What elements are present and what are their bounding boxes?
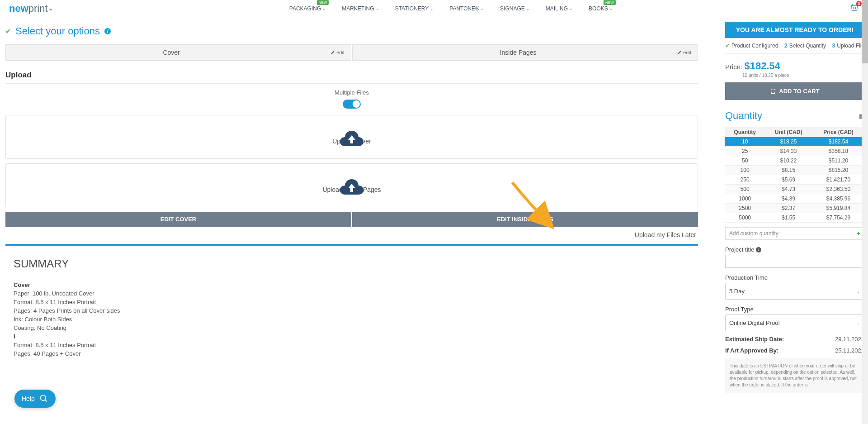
proof-type-label: Proof Type [725,306,864,313]
option-tab-1: Inside Pagesedit [352,44,698,61]
prod-time-label: Production Time [725,274,864,281]
options-tabs: CovereditInside Pagesedit [5,44,698,61]
nav-item-signage[interactable]: SIGNAGE⌄ [500,5,530,12]
info-icon[interactable]: i [756,247,761,252]
price-display: Price: $182.54 [725,60,864,72]
step-num: 2 [784,43,788,49]
chevron-down-icon: ⌄ [376,6,379,11]
table-header: Unit (CAD) [764,127,812,137]
main-nav: NEWPACKAGING⌄MARKETING⌄STATIONERY⌄PANTON… [289,5,613,12]
qty-heading-text: Quantity [725,110,762,122]
art-approved-row: If Art Approved By: 25.11.2022 [725,347,864,354]
project-title-input[interactable] [725,255,864,268]
cart-button[interactable]: 0 [850,3,859,14]
new-badge: NEW [317,0,329,5]
summary-line: Paper: 100 lb. Uncoated Cover [14,290,690,297]
summary-heading: SUMMARY [14,257,690,275]
order-sidebar: YOU ARE ALMOST READY TO ORDER! ✔ Product… [725,22,864,393]
art-approved-label: If Art Approved By: [725,347,778,354]
custom-quantity-button[interactable]: Add custom quantity: + [725,227,864,240]
check-icon: ✔ [5,28,11,35]
upload-later-link[interactable]: Upload my Files Later [5,231,696,238]
edit-cover-button[interactable]: EDIT COVER [5,212,351,227]
disclaimer-text: This date is an ESTIMATION of when your … [725,358,864,393]
scrollbar[interactable] [862,0,868,393]
price-table: QuantityUnit (CAD)Price (CAD) 10$18.25$1… [725,127,864,223]
table-row[interactable]: 1000$4.39$4,385.96 [725,194,864,204]
chevron-down-icon: ⌄ [857,289,860,294]
table-row[interactable]: 25$14.33$358.18 [725,147,864,156]
edit-link[interactable]: edit [677,50,691,55]
project-title-label: Project title i [725,246,864,253]
table-row[interactable]: 2500$2.37$5,919.84 [725,204,864,213]
order-step: ✔ Product Configured [725,43,778,49]
ship-date-value: 29.11.2022 [835,336,864,343]
logo-a: new [9,3,28,14]
chevron-down-icon: ⌄ [609,6,613,11]
summary-line: Ink: Colour Both Sides [14,316,690,323]
summary-line: Format: 8.5 x 11 Inches Portrait [14,342,690,348]
nav-item-books[interactable]: NEWBOOKS⌄ [589,5,613,12]
custom-qty-label: Add custom quantity: [729,230,780,237]
summary-sub: I [14,333,690,340]
edit-link[interactable]: edit [330,50,344,55]
prod-time-value: 5 Day [729,288,745,295]
summary: SUMMARY CoverPaper: 100 lb. Uncoated Cov… [5,253,698,363]
ship-date-row: Estimated Ship Date: 29.11.2022 [725,336,864,343]
upload-cover-box[interactable]: Upload Cover [5,115,698,159]
options-title: ✔ Select your options i [5,25,698,37]
table-row[interactable]: 250$5.69$1,421.70 [725,175,864,185]
nav-item-packaging[interactable]: NEWPACKAGING⌄ [289,5,326,12]
cloud-upload-icon [338,177,365,195]
order-step: 2 Select Quantity [784,43,826,49]
divider-bar [5,244,698,246]
scrollbar-thumb[interactable] [862,0,868,63]
logo[interactable]: newprint™ [9,3,52,14]
new-badge: NEW [604,0,616,5]
table-header: Quantity [725,127,764,137]
nav-item-mailing[interactable]: MAILING⌄ [546,5,573,12]
project-title-text: Project title [725,246,754,253]
summary-line: Pages: 4 Pages Prints on all Cover sides [14,307,690,314]
multi-files-toggle[interactable] [343,100,361,109]
multi-files-label: Multiple Files [5,89,698,96]
table-row[interactable]: 50$10.22$511.20 [725,156,864,166]
proof-type-value: Online Digital Proof [729,319,780,326]
main-header: newprint™ NEWPACKAGING⌄MARKETING⌄STATION… [0,0,868,17]
summary-line: Pages: 40 Pages + Cover [14,350,690,357]
tab-label: Inside Pages [359,49,677,56]
price-sub: 10 units / 18.25 a piece [742,73,864,78]
option-tab-0: Coveredit [5,44,351,61]
options-title-text: Select your options [15,25,100,37]
chevron-down-icon: ⌄ [322,6,326,11]
cloud-upload-icon [338,129,365,147]
step-num: 3 [832,43,835,49]
nav-item-stationery[interactable]: STATIONERY⌄ [395,5,434,12]
add-to-cart-button[interactable]: ADD TO CART [725,82,864,100]
upload-inside-box[interactable]: Upload Inside Pages [5,163,698,207]
check-icon: ✔ [725,43,730,49]
info-icon[interactable]: i [104,28,111,34]
logo-b: print [28,3,48,14]
edit-inside-button[interactable]: EDIT INSIDE PAGES [352,212,698,227]
table-row[interactable]: 100$8.15$815.20 [725,166,864,175]
upload-heading: Upload [5,71,698,84]
table-header: Price (CAD) [812,127,864,137]
chevron-down-icon: ⌄ [481,6,484,11]
logo-tm: ™ [48,8,52,13]
tab-label: Cover [12,49,330,56]
summary-sub: Cover [14,281,690,288]
chevron-down-icon: ⌄ [857,321,860,325]
nav-item-pantone®[interactable]: PANTONE®⌄ [449,5,484,12]
proof-type-select[interactable]: Online Digital Proof ⌄ [725,314,864,331]
chevron-down-icon: ⌄ [569,6,573,11]
price-label: Price: [725,63,742,71]
table-row[interactable]: 5000$1.55$7,754.29 [725,213,864,223]
nav-item-marketing[interactable]: MARKETING⌄ [342,5,379,12]
quantity-heading: Quantity ▦ [725,110,864,122]
table-row[interactable]: 500$4.73$2,363.50 [725,185,864,194]
prod-time-select[interactable]: 5 Day ⌄ [725,283,864,300]
cart-badge: 0 [856,1,862,6]
help-button[interactable]: Help [14,390,56,393]
table-row[interactable]: 10$18.25$182.54 [725,137,864,147]
